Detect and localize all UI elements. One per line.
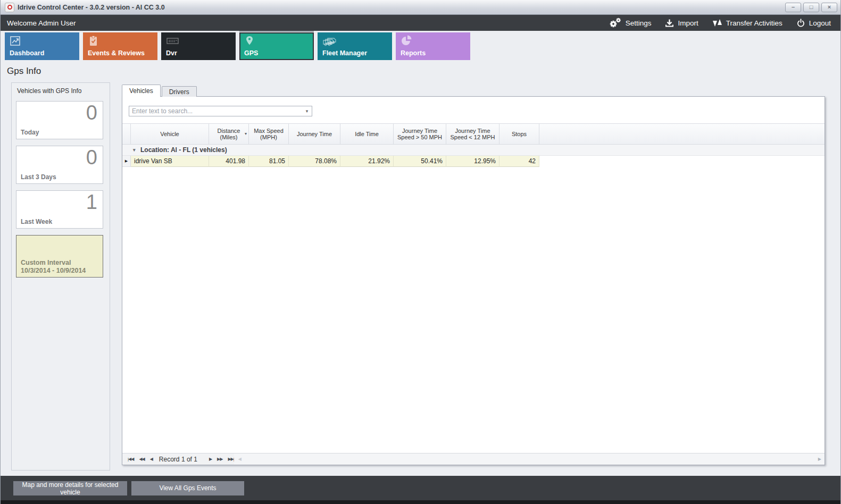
cell-max-speed[interactable]: 81.05 [249,156,289,167]
card-last-3-days[interactable]: 0 Last 3 Days [16,146,103,184]
col-header-idle-time-label: Idle Time [355,131,379,138]
titlebar: Idrive Control Center - 3.0.2 version - … [1,0,840,15]
table-row[interactable]: ▶ idrive Van SB 401.98 81.05 78.08% 21.9… [122,156,825,167]
transfer-activities-button[interactable]: Transfer Activities [712,18,782,28]
tile-reports-label: Reports [401,49,426,57]
logout-label: Logout [809,19,831,27]
col-header-vehicle[interactable]: Vehicle [131,124,209,145]
tile-dashboard-label: Dashboard [10,49,44,57]
app-logo-icon [5,3,14,12]
col-header-idle-time[interactable]: Idle Time [340,124,394,145]
gps-summary-sidebar: Vehicles with GPS Info 0 Today 0 Last 3 … [11,82,110,471]
maximize-button[interactable]: □ [803,3,819,12]
map-details-button[interactable]: Map and more details for selected vehicl… [13,481,127,495]
dropdown-arrow-icon[interactable]: ▾ [302,108,312,114]
settings-label: Settings [626,19,652,27]
cell-journey-time[interactable]: 78.08% [289,156,340,167]
card-today[interactable]: 0 Today [16,101,103,139]
tile-reports[interactable]: Reports [396,32,470,60]
footer-bar: Map and more details for selected vehicl… [1,476,840,500]
tile-gps-label: GPS [244,49,258,57]
tile-dvr[interactable]: Dvr [161,32,236,60]
col-header-journey-time[interactable]: Journey Time [289,124,340,145]
transfer-arrows-icon [712,18,722,28]
vehicles-panel: ▾ Vehicle Distance (Miles) ▾ Max Speed (… [122,96,825,465]
card-custom-interval-dates: 10/3/2014 - 10/9/2014 [21,267,86,274]
card-custom-interval[interactable]: Custom Interval 10/3/2014 - 10/9/2014 [16,235,103,278]
line-chart-icon [10,35,21,47]
card-today-label: Today [21,129,39,136]
search-input[interactable] [129,107,302,115]
grid-header-filler [539,124,825,145]
app-window: Idrive Control Center - 3.0.2 version - … [0,0,841,504]
view-all-gps-events-button[interactable]: View All Gps Events [131,481,244,495]
col-header-journey-time-label: Journey Time [297,131,332,138]
search-combo: ▾ [129,106,312,116]
card-custom-interval-label: Custom Interval [21,259,71,266]
pager-prev-page-icon[interactable]: ◀◀ [139,457,144,461]
cell-idle-time[interactable]: 21.92% [340,156,394,167]
transfer-activities-label: Transfer Activities [726,19,782,27]
card-today-value: 0 [86,102,97,124]
group-collapse-icon[interactable]: ▾ [133,147,140,153]
tab-drivers[interactable]: Drivers [162,86,197,97]
tile-fleet-manager[interactable]: Fleet Manager [318,32,392,60]
grid-header-gutter [122,124,131,145]
horizontal-scrollbar[interactable]: ◀ ▶ [234,453,825,465]
card-last-week-value: 1 [86,191,97,214]
col-header-stops-label: Stops [512,131,527,138]
logout-button[interactable]: Logout [796,19,831,28]
tile-dashboard[interactable]: Dashboard [5,32,79,60]
scroll-right-icon[interactable]: ▶ [818,457,821,461]
close-button[interactable]: × [821,3,837,12]
welcome-text: Welcome Admin User [1,19,76,27]
row-marker: ▶ [122,156,131,167]
sidebar-title: Vehicles with GPS Info [12,83,110,95]
vehicle-driver-tabs: Vehicles Drivers [122,85,198,97]
window-title: Idrive Control Center - 3.0.2 version - … [18,4,165,11]
tile-gps[interactable]: GPS [239,32,314,60]
pager-next-page-icon[interactable]: ▶▶ [217,457,222,461]
minimize-button[interactable]: – [785,3,801,12]
tab-vehicles-label: Vehicles [129,87,153,95]
tile-dvr-label: Dvr [166,49,177,57]
pager-prev-icon[interactable]: ◀ [150,457,153,461]
cell-journey-lt12[interactable]: 12.95% [446,156,499,167]
import-button[interactable]: Import [665,19,698,28]
group-row-label: Location: Al - FL (1 vehicles) [140,146,227,154]
window-controls: – □ × [785,3,837,12]
col-header-journey-lt12-label: Journey Time Speed < 12 MPH [448,128,497,141]
col-header-distance[interactable]: Distance (Miles) ▾ [209,124,249,145]
col-header-max-speed-label: Max Speed (MPH) [251,128,287,141]
col-header-vehicle-label: Vehicle [160,131,179,138]
pager-first-icon[interactable]: |◀◀ [128,457,134,461]
window-bottom-border [1,500,840,504]
fleet-trucks-icon [322,35,337,47]
col-header-journey-lt12[interactable]: Journey Time Speed < 12 MPH [446,124,499,145]
tile-events-reviews-label: Events & Reviews [88,49,145,57]
col-header-journey-gt50[interactable]: Journey Time Speed > 50 MPH [394,124,446,145]
pager-next-icon[interactable]: ▶ [209,457,212,461]
tile-events-reviews[interactable]: Events & Reviews [83,32,157,60]
card-last-3-days-value: 0 [86,146,97,169]
settings-button[interactable]: Settings [609,18,652,28]
tab-vehicles[interactable]: Vehicles [122,85,161,97]
cell-stops[interactable]: 42 [499,156,539,167]
scroll-left-icon[interactable]: ◀ [238,457,242,461]
dvr-icon [166,35,180,47]
pager-record-text: Record 1 of 1 [159,456,197,463]
vehicles-grid: Vehicle Distance (Miles) ▾ Max Speed (MP… [122,123,825,453]
card-last-week[interactable]: 1 Last Week [16,190,103,229]
cell-vehicle[interactable]: idrive Van SB [131,156,209,167]
cell-journey-gt50[interactable]: 50.41% [394,156,446,167]
row-cells: idrive Van SB 401.98 81.05 78.08% 21.92%… [131,156,539,167]
clipboard-check-icon [88,35,98,47]
group-row-location[interactable]: ▾ Location: Al - FL (1 vehicles) [122,145,825,156]
col-header-max-speed[interactable]: Max Speed (MPH) [249,124,289,145]
import-label: Import [678,19,698,27]
row-marker-icon: ▶ [125,159,128,163]
col-header-stops[interactable]: Stops [499,124,539,145]
cell-distance[interactable]: 401.98 [209,156,249,167]
pie-chart-icon [401,35,412,47]
pager-last-icon[interactable]: ▶▶| [228,457,234,461]
